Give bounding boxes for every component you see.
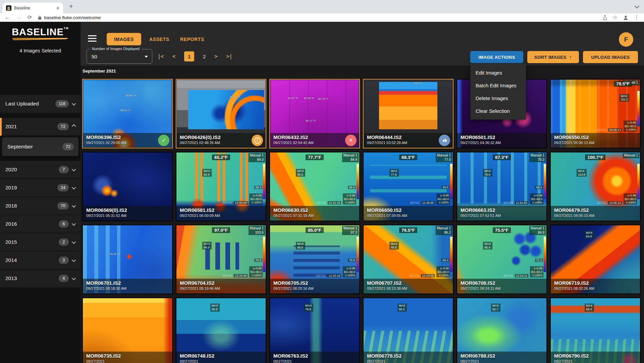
chevron-down-icon xyxy=(72,276,76,280)
sort-images-button[interactable]: SORT IMAGES ↑ xyxy=(527,51,579,63)
status-cloud-icon[interactable] xyxy=(439,135,450,146)
sidebar-item-label: 2014 xyxy=(5,257,59,263)
status-alert-icon[interactable]: ! xyxy=(252,135,263,146)
image-tile[interactable]: MAX92.7MOR06788.IS209/27/2021 xyxy=(457,298,547,363)
image-tile[interactable]: Manual 1103.697.0°FMAX98.970.09/27/2112:… xyxy=(176,225,266,294)
images-displayed-value: 50 xyxy=(92,54,97,59)
max-temp-label: MAX86.9 xyxy=(389,242,399,250)
bookmark-star-icon[interactable]: ☆ xyxy=(613,15,618,20)
image-info-bar: MOR06581.IS209/27/2021 06:00:09 AM xyxy=(176,206,266,221)
profile-icon[interactable] xyxy=(623,15,629,20)
sidebar-item-2018[interactable]: 201870 xyxy=(0,197,80,215)
image-tile[interactable]: 69.12 °FMOR06426(0).IS209/27/2021 02:48:… xyxy=(176,79,266,148)
sidebar-item-label: 2013 xyxy=(5,275,59,281)
address-field[interactable]: baseline.fluke.com/welcome xyxy=(38,15,596,20)
sidebar-item-2019[interactable]: 201924 xyxy=(0,179,80,197)
count-badge: 116 xyxy=(55,100,69,107)
sidebar-item-2014[interactable]: 20143 xyxy=(0,252,80,270)
browser-menu-icon[interactable]: ⋮ xyxy=(634,15,639,20)
chevron-down-icon xyxy=(72,239,76,244)
sidebar-item-label: 2015 xyxy=(5,239,59,245)
image-tile[interactable]: MOR06735.IS209/27/2021 xyxy=(82,298,173,363)
sidebar-item-september[interactable]: September72 xyxy=(2,137,78,156)
share-icon[interactable] xyxy=(602,15,607,20)
image-tile[interactable]: Manual 186.276.5°FMAX86.966.49/27/2112:2… xyxy=(363,225,453,294)
manual-marker-label: Manual 184.9 xyxy=(529,226,546,235)
image-tile[interactable]: MAX84.9MOR06719.IS209/27/2021 08:32:26 A… xyxy=(550,225,641,294)
image-tile[interactable]: MAX78.9MOR06763.IS209/27/2021 xyxy=(269,298,360,363)
image-tile[interactable]: 78.06 °FMOR06701.IS209/27/2021 08:18:30 … xyxy=(82,225,173,294)
image-info-bar: MOR06719.IS209/27/2021 08:32:26 AM xyxy=(551,279,640,293)
menu-item-edit-images[interactable]: Edit Images xyxy=(470,66,526,79)
image-tile[interactable]: 103 °FMOR06444.IS209/27/2021 03:02:28 AM xyxy=(363,79,453,148)
tab-assets[interactable]: ASSETS xyxy=(149,33,169,45)
sidebar-item-2020[interactable]: 20207 xyxy=(0,161,80,179)
image-tile[interactable]: Manual 177.068.3°FMAX77.965.59/27/2111:3… xyxy=(363,152,453,221)
tab-images[interactable]: IMAGES xyxy=(107,33,141,45)
last-page-button[interactable]: >| xyxy=(226,53,232,59)
window-chevron-icon[interactable] xyxy=(635,4,639,8)
chevron-down-icon xyxy=(72,185,76,189)
sidebar-item-2016[interactable]: 20166 xyxy=(0,215,80,233)
image-info-bar: MOR06630.IS209/27/2021 07:31:18 AM xyxy=(270,206,359,221)
image-tile[interactable]: Manual 184.065.2°FMAX82.858.39/27/2110:0… xyxy=(176,152,266,221)
image-info-bar: MOR06679.IS209/27/2021 08:05:10 AM xyxy=(551,206,640,221)
tab-reports[interactable]: REPORTS xyxy=(180,33,204,45)
menu-item-batch-edit-images[interactable]: Batch Edit Images xyxy=(470,79,526,92)
image-timestamp: 09/27/2021 07:52:51 AM xyxy=(461,214,543,218)
user-avatar[interactable]: F xyxy=(619,32,633,47)
reload-icon[interactable]: ⟳ xyxy=(28,15,32,20)
chevron-down-icon xyxy=(72,203,76,208)
hamburger-menu-icon[interactable] xyxy=(88,35,97,42)
first-page-button[interactable]: |< xyxy=(158,53,164,59)
camera-time: 12:20:16 xyxy=(327,274,341,277)
image-actions-button[interactable]: IMAGE ACTIONS xyxy=(470,51,523,63)
sort-ascending-icon: ↑ xyxy=(569,54,572,60)
browser-tab[interactable]: B Baseline ✕ xyxy=(3,3,63,13)
center-temp-label: 67.3°F xyxy=(493,154,511,160)
status-check-icon[interactable]: ✓ xyxy=(158,135,169,146)
count-badge: 72 xyxy=(62,143,74,150)
scale-min-label: 66.4 xyxy=(348,186,356,189)
page-button-2[interactable]: 2 xyxy=(203,54,206,59)
previous-page-button[interactable]: < xyxy=(172,53,175,59)
status-error-icon[interactable]: ✕ xyxy=(345,135,357,146)
image-tile[interactable]: MOR06569(0).IS209/27/2021 05:31:52 AM xyxy=(82,152,173,221)
menu-item-delete-images[interactable]: Delete Images xyxy=(470,92,526,104)
sidebar-item-label: 2021 xyxy=(5,124,57,130)
camera-overlay: 9/27/2112:23:38ε=0.98BG=80.0τ=100% xyxy=(410,266,450,277)
image-tile[interactable]: Manual 179.367.3°FMAX78.059.49/27/2111:5… xyxy=(457,152,547,221)
temperature-scale-bar xyxy=(637,164,640,199)
image-tile[interactable]: 65.68 °F58.61 °FMOR06396.IS209/27/2021 0… xyxy=(82,79,173,148)
tab-close-icon[interactable]: ✕ xyxy=(56,6,60,11)
image-name: MOR06650.IS2 xyxy=(367,207,449,213)
image-tile[interactable]: MAX85.8MOR06748.IS209/27/2021 xyxy=(176,298,266,363)
menu-item-clear-selection[interactable]: Clear Selection xyxy=(470,104,526,117)
camera-date: 9/27/21 xyxy=(410,201,419,205)
sidebar-item-last-uploaded[interactable]: Last Uploaded116 xyxy=(0,95,80,113)
browser-tab-strip: B Baseline ✕ + xyxy=(0,0,644,13)
x-glyph: ✕ xyxy=(349,137,353,143)
sidebar-item-2021[interactable]: 202172 xyxy=(0,118,80,136)
new-tab-button[interactable]: + xyxy=(69,3,73,10)
image-tile[interactable]: Manual 197.385.0°FMAX98.975.99/27/2112:2… xyxy=(269,225,360,294)
images-displayed-select[interactable]: Number of Images Displayed 50 xyxy=(87,49,152,64)
count-badge: 70 xyxy=(57,202,69,210)
image-tile[interactable]: 67.67 °F60.39 °F60.78 °F60.17 °FMOR06432… xyxy=(269,79,360,148)
sidebar-item-2013[interactable]: 20134 xyxy=(0,270,80,288)
page-button-1[interactable]: 1 xyxy=(184,51,194,61)
camera-date: 9/27/21 xyxy=(503,201,513,205)
image-tile[interactable]: Manual 1100.7°FMAX113.89/27/2112:05:10ε=… xyxy=(550,152,641,221)
sidebar-item-2015[interactable]: 20152 xyxy=(0,233,80,252)
image-tile[interactable]: Manual 179.5°FMAX111.29/27/2109:06:13ε=0… xyxy=(550,79,641,148)
forward-icon[interactable]: → xyxy=(16,15,21,20)
image-tile[interactable]: Manual 184.477.7°FMAX85.566.49/27/2111:3… xyxy=(269,152,360,221)
camera-time: 11:39:55 xyxy=(421,201,435,205)
image-tile[interactable]: Manual 184.975.5°FMAX85.971.19/27/2112:2… xyxy=(457,225,547,294)
back-icon[interactable]: ← xyxy=(5,15,10,20)
camera-params: ε=0.98BG=80.0τ=100% xyxy=(343,266,356,277)
upload-images-button[interactable]: UPLOAD IMAGES xyxy=(583,51,638,63)
next-page-button[interactable]: > xyxy=(214,53,217,59)
image-tile[interactable]: MAX66.3MOR06778.IS209/27/2021 xyxy=(363,298,453,363)
image-tile[interactable]: MAX68.4MOR06790.IS209/27/2021 xyxy=(550,298,641,363)
